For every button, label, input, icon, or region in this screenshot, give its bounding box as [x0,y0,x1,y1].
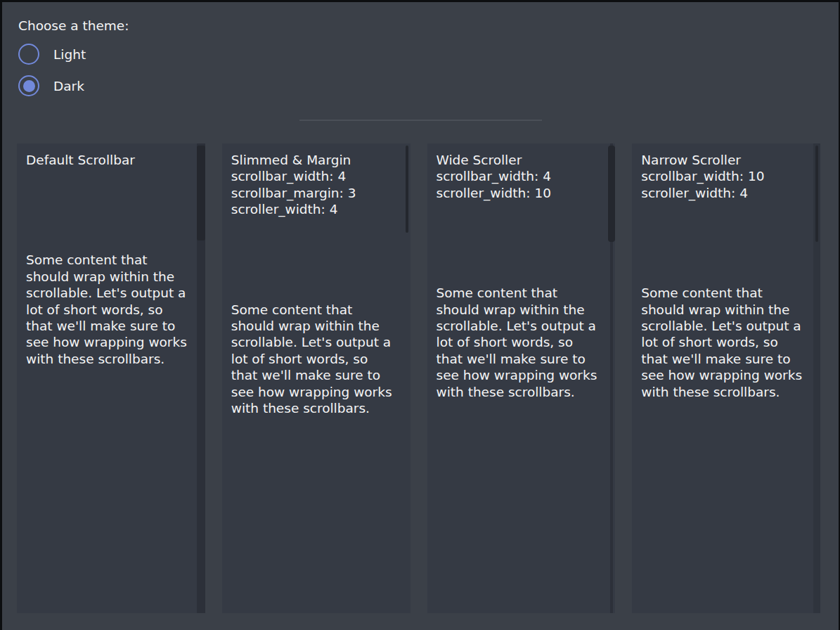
panel-param-line: scroller_width: 10 [437,185,603,201]
scrollbar-thumb[interactable] [815,146,818,242]
theme-option-light[interactable]: Light [18,39,839,70]
panel-scroll-area[interactable]: Narrow Scroller scrollbar_width: 10 scro… [632,143,820,400]
panel-scroll-area[interactable]: Wide Scroller scrollbar_width: 4 scrolle… [427,143,616,400]
panel-param-line: scroller_width: 4 [231,201,398,217]
panel-wide-scroller[interactable]: Wide Scroller scrollbar_width: 4 scrolle… [427,143,616,613]
section-divider [299,120,542,121]
scrollbar-thumb[interactable] [197,146,205,240]
panel-title: Narrow Scroller scrollbar_width: 10 scro… [641,152,808,201]
theme-option-dark[interactable]: Dark [18,70,839,101]
panel-content-text: Some content that should wrap within the… [26,252,193,367]
panel-param-line: scroller_width: 4 [641,185,808,201]
panel-param-line: scrollbar_width: 10 [641,168,808,184]
panel-param-line: scrollbar_margin: 3 [231,185,398,201]
panel-narrow-scroller[interactable]: Narrow Scroller scrollbar_width: 10 scro… [632,143,820,613]
panel-title: Default Scrollbar [26,152,193,168]
theme-chooser-section: Choose a theme: Light Dark [2,2,839,101]
panel-title-line: Default Scrollbar [26,152,193,168]
app-window: Choose a theme: Light Dark Default Scrol… [2,2,839,613]
panel-title-line: Slimmed & Margin [231,152,398,168]
radio-dark-icon[interactable] [18,75,39,96]
panel-title: Slimmed & Margin scrollbar_width: 4 scro… [231,152,398,218]
panel-title: Wide Scroller scrollbar_width: 4 scrolle… [437,152,603,201]
panel-scroll-area[interactable]: Slimmed & Margin scrollbar_width: 4 scro… [222,143,411,416]
panel-title-line: Narrow Scroller [641,152,808,168]
panel-scroll-area[interactable]: Default Scrollbar Some content that shou… [17,143,205,367]
panel-param-line: scrollbar_width: 4 [437,168,603,184]
theme-option-dark-label: Dark [53,79,84,94]
scrollbar-demo-panels: Default Scrollbar Some content that shou… [17,143,820,613]
panel-content-text: Some content that should wrap within the… [641,285,808,400]
theme-option-light-label: Light [53,47,86,62]
scrollbar-thumb[interactable] [608,146,615,242]
radio-light-icon[interactable] [18,44,39,65]
theme-chooser-label: Choose a theme: [18,18,839,34]
panel-title-line: Wide Scroller [437,152,603,168]
radio-selected-dot [23,80,35,92]
panel-param-line: scrollbar_width: 4 [231,168,398,184]
panel-content-text: Some content that should wrap within the… [437,285,603,400]
panel-slimmed-margin[interactable]: Slimmed & Margin scrollbar_width: 4 scro… [222,143,411,613]
scrollbar-thumb[interactable] [406,146,408,233]
panel-content-text: Some content that should wrap within the… [231,302,398,417]
panel-default-scrollbar[interactable]: Default Scrollbar Some content that shou… [17,143,205,613]
